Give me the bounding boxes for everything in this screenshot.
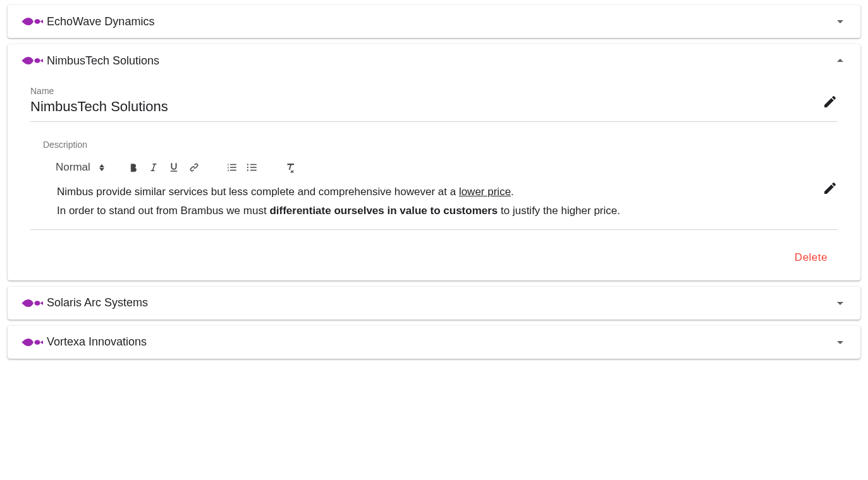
desc-text: In order to stand out from Brambus we mu… bbox=[57, 205, 269, 217]
card-title: EchoWave Dynamics bbox=[47, 15, 833, 28]
bold-button[interactable] bbox=[125, 159, 142, 176]
svg-point-1 bbox=[35, 58, 40, 63]
delete-row: Delete bbox=[30, 248, 838, 268]
desc-underline: lower price bbox=[459, 186, 511, 198]
desc-text: to justify the higher price. bbox=[498, 205, 620, 217]
delete-button[interactable]: Delete bbox=[788, 248, 834, 268]
card-body: Name NimbusTech Solutions Description No… bbox=[8, 77, 860, 280]
fish-icon bbox=[20, 297, 43, 309]
italic-button[interactable] bbox=[145, 159, 162, 176]
edit-icon[interactable] bbox=[822, 94, 838, 109]
name-field: Name NimbusTech Solutions bbox=[30, 82, 838, 122]
desc-bold: differentiate ourselves in value to cust… bbox=[269, 205, 498, 217]
clear-format-button[interactable] bbox=[281, 159, 299, 176]
competitor-card-expanded: NimbusTech Solutions Name NimbusTech Sol… bbox=[8, 44, 860, 280]
card-title: Vortexa Innovations bbox=[47, 335, 833, 349]
format-select[interactable]: Normal bbox=[56, 161, 104, 174]
name-label: Name bbox=[30, 86, 838, 96]
format-select-label: Normal bbox=[56, 161, 90, 174]
card-header[interactable]: EchoWave Dynamics bbox=[8, 5, 860, 38]
card-header[interactable]: NimbusTech Solutions bbox=[8, 44, 860, 77]
competitor-card: Solaris Arc Systems bbox=[8, 287, 860, 320]
editor-toolbar: Normal bbox=[30, 159, 838, 183]
underline-button[interactable] bbox=[165, 159, 183, 176]
chevron-down-icon[interactable] bbox=[833, 296, 848, 311]
ordered-list-button[interactable] bbox=[223, 159, 241, 176]
competitor-card: Vortexa Innovations bbox=[8, 326, 860, 359]
chevron-up-icon[interactable] bbox=[833, 53, 848, 68]
card-header[interactable]: Vortexa Innovations bbox=[8, 326, 860, 359]
description-content[interactable]: Nimbus provide similar services but less… bbox=[30, 183, 838, 220]
competitor-card: EchoWave Dynamics bbox=[8, 5, 860, 38]
fish-icon bbox=[20, 336, 43, 349]
card-header[interactable]: Solaris Arc Systems bbox=[8, 287, 860, 320]
svg-point-3 bbox=[35, 340, 40, 345]
chevron-down-icon[interactable] bbox=[833, 14, 848, 29]
svg-point-0 bbox=[35, 19, 40, 24]
fish-icon bbox=[20, 15, 43, 28]
desc-text: . bbox=[511, 186, 514, 198]
link-button[interactable] bbox=[185, 159, 203, 176]
description-label: Description bbox=[43, 140, 838, 150]
card-title: NimbusTech Solutions bbox=[47, 54, 833, 68]
desc-text: Nimbus provide similar services but less… bbox=[57, 186, 459, 198]
description-field: Description Normal bbox=[30, 140, 838, 230]
name-value[interactable]: NimbusTech Solutions bbox=[30, 99, 838, 115]
fish-icon bbox=[20, 54, 43, 67]
unordered-list-button[interactable] bbox=[243, 159, 261, 176]
card-title: Solaris Arc Systems bbox=[47, 296, 833, 309]
edit-icon[interactable] bbox=[822, 181, 838, 196]
chevron-down-icon[interactable] bbox=[833, 335, 848, 350]
updown-caret-icon bbox=[99, 164, 104, 171]
svg-point-2 bbox=[35, 301, 40, 306]
